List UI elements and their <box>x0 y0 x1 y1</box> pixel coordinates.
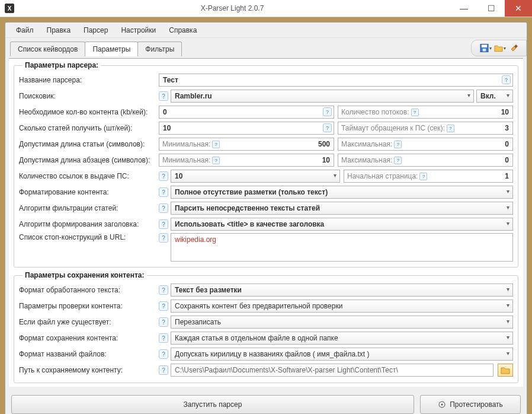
tab-keywords[interactable]: Список кейвордов <box>10 42 85 56</box>
content-kb-label: Необходимое кол-во контента (kb/кей): <box>19 108 156 116</box>
filter-algo-label: Алгоритм фильтрации статей: <box>19 204 156 212</box>
engine-label: Поисковик: <box>19 92 156 100</box>
filter-algo-select[interactable] <box>171 202 513 215</box>
format-select[interactable] <box>171 186 513 199</box>
save-icon[interactable]: ▾ <box>480 42 492 54</box>
svg-rect-2 <box>483 49 486 52</box>
menu-help[interactable]: Справка <box>163 24 203 37</box>
para-min-input[interactable] <box>159 154 334 167</box>
para-length-label: Допустимая длина абзацев (символов): <box>19 156 156 164</box>
text-format-label: Формат обработанного текста: <box>19 286 156 294</box>
close-button[interactable]: ✕ <box>505 0 532 17</box>
links-select[interactable] <box>171 170 340 183</box>
save-format-select[interactable] <box>171 332 513 345</box>
menu-parser[interactable]: Парсер <box>78 24 114 37</box>
parser-params-group: Параметры парсера: Название парсера: ? П… <box>14 61 518 267</box>
title-algo-select[interactable] <box>171 218 513 231</box>
test-label: Протестировать <box>450 400 503 409</box>
parser-name-input[interactable] <box>159 74 513 87</box>
articles-label: Сколько статей получить (шт/кей): <box>19 124 156 132</box>
app-icon: X <box>5 4 14 13</box>
help-icon[interactable]: ? <box>159 219 168 229</box>
tab-params[interactable]: Параметры <box>85 42 138 56</box>
help-icon[interactable]: ? <box>159 333 168 343</box>
path-label: Путь к сохраняемому контенту: <box>19 366 156 374</box>
svg-rect-1 <box>482 44 487 47</box>
check-select[interactable] <box>171 300 513 313</box>
content-kb-input[interactable] <box>159 106 334 119</box>
svg-point-4 <box>441 404 443 406</box>
help-icon[interactable]: ? <box>159 203 168 213</box>
clear-icon[interactable] <box>508 42 520 54</box>
filename-label: Формат названий файлов: <box>19 350 156 358</box>
stop-url-label: Список стоп-конструкций в URL: <box>19 233 156 241</box>
help-icon[interactable]: ? <box>323 123 332 132</box>
tab-filters[interactable]: Фильтры <box>137 42 182 56</box>
engine-enabled-select[interactable] <box>476 90 513 103</box>
help-icon[interactable]: ? <box>159 91 168 101</box>
timeout-input[interactable] <box>338 122 513 135</box>
title-algo-label: Алгоритм формирования заголовка: <box>19 220 156 228</box>
menu-file[interactable]: Файл <box>10 24 40 37</box>
folder-icon <box>501 365 510 375</box>
para-max-input[interactable] <box>338 154 513 167</box>
run-label: Запустить парсер <box>184 400 242 409</box>
save-params-group: Параметры сохранения контента: Формат об… <box>14 271 518 383</box>
exists-label: Если файл уже существует: <box>19 318 156 326</box>
menu-edit[interactable]: Правка <box>41 24 77 37</box>
help-icon[interactable]: ? <box>159 233 168 243</box>
maximize-button[interactable]: ☐ <box>477 0 505 17</box>
article-max-input[interactable] <box>338 138 513 151</box>
articles-input[interactable] <box>159 122 334 135</box>
parser-legend: Параметры парсера: <box>23 61 101 69</box>
article-length-label: Допустимая длина статьи (символов): <box>19 140 156 148</box>
help-icon[interactable]: ? <box>323 107 332 116</box>
save-format-label: Формат сохранения контента: <box>19 334 156 342</box>
parser-name-label: Название парсера: <box>19 76 156 84</box>
filename-select[interactable] <box>171 348 513 361</box>
menu-settings[interactable]: Настройки <box>115 24 162 37</box>
check-label: Параметры проверки контента: <box>19 302 156 310</box>
start-page-input[interactable] <box>344 170 513 183</box>
run-parser-button[interactable]: Запустить парсер <box>11 395 414 414</box>
engine-select[interactable] <box>171 90 474 103</box>
toolbar: ▾ ▾ <box>471 40 527 56</box>
test-button[interactable]: Протестировать <box>420 395 521 414</box>
help-icon[interactable]: ? <box>159 171 168 181</box>
threads-input[interactable] <box>338 106 513 119</box>
save-legend: Параметры сохранения контента: <box>23 271 147 279</box>
help-icon[interactable]: ? <box>159 317 168 327</box>
help-icon[interactable]: ? <box>159 285 168 295</box>
help-icon[interactable]: ? <box>159 187 168 197</box>
help-icon[interactable]: ? <box>159 365 168 375</box>
format-label: Форматирование контента: <box>19 188 156 196</box>
menubar: Файл Правка Парсер Настройки Справка <box>5 23 527 38</box>
minimize-button[interactable]: — <box>450 0 477 17</box>
tabs: Список кейвордов Параметры Фильтры <box>5 41 181 56</box>
folder-icon[interactable]: ▾ <box>494 42 506 54</box>
text-format-select[interactable] <box>171 284 513 297</box>
stop-url-textarea[interactable] <box>171 233 513 262</box>
path-input[interactable] <box>171 364 493 377</box>
article-min-input[interactable] <box>159 138 334 151</box>
titlebar: X X-Parser Light 2.0.7 — ☐ ✕ <box>0 0 532 17</box>
links-label: Количество ссылок в выдаче ПС: <box>19 172 156 180</box>
help-icon[interactable]: ? <box>502 75 511 84</box>
window-title: X-Parser Light 2.0.7 <box>14 4 450 12</box>
help-icon[interactable]: ? <box>159 349 168 359</box>
browse-button[interactable] <box>498 364 513 377</box>
target-icon <box>438 400 446 409</box>
help-icon[interactable]: ? <box>159 301 168 311</box>
exists-select[interactable] <box>171 316 513 329</box>
